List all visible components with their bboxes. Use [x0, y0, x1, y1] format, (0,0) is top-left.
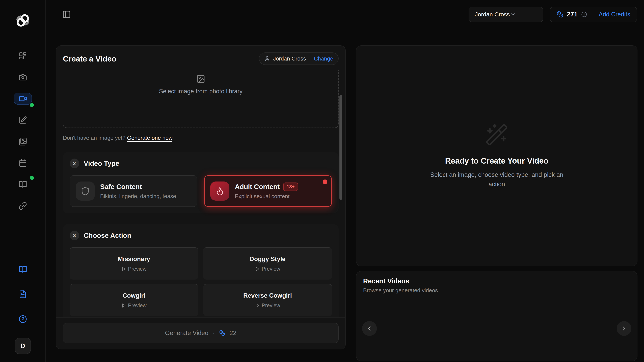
recent-videos-header: Recent Videos Browse your generated vide… [356, 271, 637, 299]
credits-count: 271 [567, 11, 578, 18]
user-avatar[interactable]: D [15, 338, 31, 354]
no-image-hint: Don't have an image yet? Generate one no… [63, 135, 338, 141]
video-type-option-text: Adult Content 18+ Explicit sexual conten… [235, 183, 298, 200]
play-icon [121, 303, 126, 308]
option-subtitle: Bikinis, lingerie, dancing, tease [100, 193, 176, 199]
sidebar-item-terms[interactable] [14, 288, 32, 300]
video-type-option-adult[interactable]: Adult Content 18+ Explicit sexual conten… [204, 175, 332, 207]
step-badge: 3 [70, 231, 79, 240]
account-dropdown[interactable]: Jordan Cross [468, 7, 543, 22]
separator-dot: · [213, 330, 215, 337]
credits-pill: 271 Add Credits [550, 7, 637, 22]
avatar-initial: D [20, 342, 25, 350]
chevron-left-icon [366, 325, 373, 332]
play-icon [121, 267, 126, 271]
no-image-hint-suffix: . [172, 135, 174, 141]
image-upload-dropzone[interactable]: Select image from photo library [63, 70, 338, 128]
action-card-missionary[interactable]: Missionary Preview [70, 247, 198, 280]
preview-button[interactable]: Preview [121, 303, 146, 309]
option-title: Safe Content [100, 183, 142, 191]
generate-image-link[interactable]: Generate one now [127, 135, 172, 141]
play-icon [255, 303, 260, 308]
step-badge: 2 [70, 159, 79, 168]
coins-icon [219, 330, 225, 336]
model-selector-pill[interactable]: Jordan Cross · Change [259, 52, 338, 65]
create-panel-header: Create a Video Jordan Cross · Change [56, 46, 345, 70]
file-text-icon [18, 290, 27, 299]
help-circle-icon [18, 315, 27, 323]
video-preview-panel: Ready to Create Your Video Select an ima… [356, 45, 638, 266]
image-icon [196, 74, 205, 83]
scrollbar-thumb[interactable] [340, 95, 342, 200]
sidebar-item-links[interactable] [14, 200, 32, 212]
recent-videos-title: Recent Videos [363, 277, 630, 285]
video-type-option-safe[interactable]: Safe Content Bikinis, lingerie, dancing,… [70, 175, 198, 207]
generate-video-button[interactable]: Generate Video · 22 [63, 323, 338, 343]
sidebar-item-help[interactable] [14, 313, 32, 325]
images-icon [18, 137, 27, 146]
sidebar-bottom: D [14, 264, 32, 362]
generate-label: Generate Video [165, 330, 208, 337]
action-card-reverse-cowgirl[interactable]: Reverse Cowgirl Preview [203, 284, 332, 316]
sidebar-toggle-button[interactable] [62, 10, 71, 19]
change-model-link[interactable]: Change [314, 55, 333, 62]
separator-dot: · [309, 55, 311, 62]
action-grid: Missionary Preview Doggy Style Preview C… [70, 247, 332, 317]
action-title: Missionary [118, 256, 150, 263]
calendar-icon [18, 159, 27, 167]
carousel-prev-button[interactable] [362, 321, 377, 336]
play-icon [255, 267, 260, 271]
topbar-right: Jordan Cross 271 Add Credits [468, 7, 637, 22]
dashboard-icon [18, 52, 27, 60]
preview-title: Ready to Create Your Video [445, 156, 548, 165]
sidebar-item-photos[interactable] [14, 71, 32, 83]
sidebar-item-editor[interactable] [14, 114, 32, 126]
choose-action-header: 3 Choose Action [70, 231, 332, 240]
option-subtitle: Explicit sexual content [235, 193, 298, 200]
wand-sparkles-icon [485, 123, 508, 146]
divider [593, 10, 593, 19]
panel-left-icon [62, 10, 71, 19]
preview-button[interactable]: Preview [255, 266, 280, 272]
sidebar-item-library[interactable] [14, 178, 32, 191]
shield-icon [76, 182, 95, 201]
active-indicator-dot [30, 103, 34, 107]
age-rating-badge: 18+ [283, 183, 298, 191]
sidebar-item-video[interactable] [14, 93, 32, 105]
notification-dot [30, 176, 34, 180]
action-card-doggy-style[interactable]: Doggy Style Preview [203, 247, 332, 280]
account-name: Jordan Cross [475, 11, 510, 18]
action-card-cowgirl[interactable]: Cowgirl Preview [70, 284, 198, 316]
coins-icon [556, 11, 563, 18]
action-title: Reverse Cowgirl [243, 292, 292, 299]
create-panel-footer: Generate Video · 22 [56, 317, 345, 349]
sidebar-item-docs[interactable] [14, 264, 32, 276]
preview-label: Preview [128, 303, 146, 309]
no-image-hint-text: Don't have an image yet? [63, 135, 127, 141]
carousel-next-button[interactable] [617, 321, 632, 336]
model-name: Jordan Cross [273, 55, 306, 62]
preview-label: Preview [262, 266, 280, 272]
choose-action-section: 3 Choose Action Missionary Preview Doggy… [63, 224, 338, 317]
sidebar-item-dashboard[interactable] [14, 50, 32, 62]
video-icon [18, 94, 27, 103]
link-icon [18, 202, 27, 210]
preview-button[interactable]: Preview [255, 303, 280, 309]
choose-action-title: Choose Action [84, 232, 131, 240]
preview-button[interactable]: Preview [121, 266, 146, 272]
book-open-icon [18, 265, 27, 274]
recent-videos-panel: Recent Videos Browse your generated vide… [356, 271, 638, 361]
add-credits-button[interactable]: Add Credits [599, 11, 630, 18]
sidebar-item-schedule[interactable] [14, 157, 32, 169]
sidebar-item-gallery[interactable] [14, 136, 32, 148]
video-type-options: Safe Content Bikinis, lingerie, dancing,… [70, 175, 332, 207]
page-title: Create a Video [63, 54, 116, 63]
info-icon[interactable] [581, 11, 587, 17]
preview-label: Preview [262, 303, 280, 309]
preview-label: Preview [128, 266, 146, 272]
video-type-header: 2 Video Type [70, 159, 332, 168]
selected-indicator-dot [323, 179, 327, 184]
app-logo[interactable] [0, 0, 46, 41]
book-open-icon [18, 180, 27, 189]
option-title: Adult Content [235, 183, 280, 191]
